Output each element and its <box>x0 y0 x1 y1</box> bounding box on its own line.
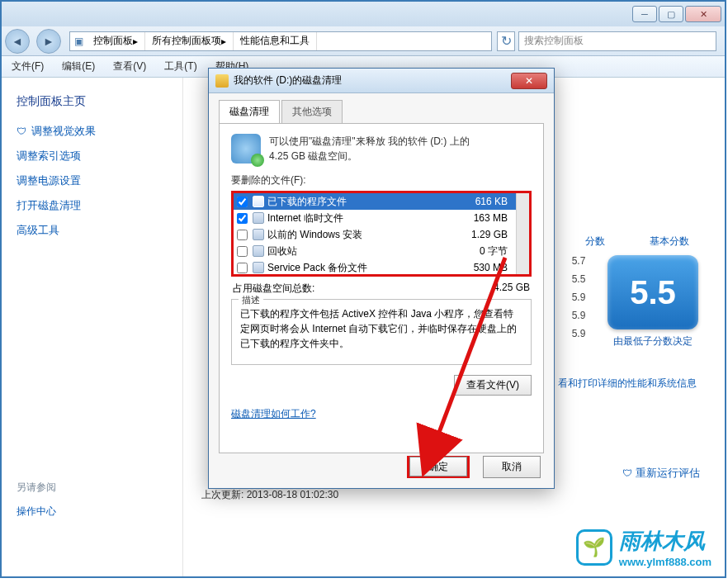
file-size: 616 KB <box>458 196 513 207</box>
base-score-header: 基本分数 <box>632 235 707 249</box>
sidebar: 控制面板主页 🛡调整视觉效果 调整索引选项 调整电源设置 打开磁盘清理 高级工具… <box>2 78 183 576</box>
file-row-previous-windows[interactable]: 以前的 Windows 安装 1.29 GB <box>234 226 516 243</box>
file-row-temp-internet-files[interactable]: Internet 临时文件 163 MB <box>234 210 516 226</box>
breadcrumb-bar[interactable]: ▣ 控制面板 ▸ 所有控制面板项 ▸ 性能信息和工具 <box>69 31 492 51</box>
info-text: 4.25 GB 磁盘空间。 <box>269 149 470 164</box>
watermark-brand: 雨林木风 <box>619 527 711 556</box>
file-name: Service Pack 备份文件 <box>267 261 458 275</box>
file-row-service-pack-backup[interactable]: Service Pack 备份文件 530 MB <box>234 259 516 276</box>
file-name: 回收站 <box>267 244 458 258</box>
file-icon <box>253 262 264 273</box>
shield-icon: 🛡 <box>17 126 26 137</box>
sidebar-link-index-options[interactable]: 调整索引选项 <box>2 144 182 168</box>
dialog-body: 磁盘清理 其他选项 可以使用"磁盘清理"来释放 我的软件 (D:) 上的 4.2… <box>209 93 554 488</box>
file-size: 530 MB <box>458 262 513 273</box>
file-row-recycle-bin[interactable]: 回收站 0 字节 <box>234 243 516 259</box>
sub-score: 5.7 <box>558 252 599 270</box>
scrollbar[interactable] <box>516 193 529 274</box>
dialog-title: 我的软件 (D:)的磁盘清理 <box>234 73 342 88</box>
description-box: 描述 已下载的程序文件包括 ActiveX 控件和 Java 小程序，您查看特定… <box>231 299 532 365</box>
file-checkbox[interactable] <box>237 246 248 257</box>
info-text: 可以使用"磁盘清理"来释放 我的软件 (D:) 上的 <box>269 134 470 149</box>
minimize-button[interactable]: ─ <box>632 6 657 22</box>
tab-disk-cleanup[interactable]: 磁盘清理 <box>219 100 280 123</box>
file-icon <box>253 245 264 257</box>
files-to-delete-label: 要删除的文件(F): <box>231 173 532 187</box>
tab-other-options[interactable]: 其他选项 <box>281 100 343 123</box>
cancel-button[interactable]: 取消 <box>483 456 541 478</box>
disk-cleanup-icon <box>215 74 229 88</box>
file-size: 1.29 GB <box>458 229 513 240</box>
sidebar-heading[interactable]: 控制面板主页 <box>2 89 182 119</box>
files-list[interactable]: 已下载的程序文件 616 KB Internet 临时文件 163 MB <box>234 193 516 274</box>
file-checkbox[interactable] <box>237 263 248 273</box>
ok-button-highlight: 确定 <box>407 456 470 478</box>
total-row: 占用磁盘空间总数: 4.25 GB <box>233 282 530 296</box>
address-row: ◄ ► ▣ 控制面板 ▸ 所有控制面板项 ▸ 性能信息和工具 ↻ 搜索控制面板 <box>2 26 725 56</box>
sub-score: 5.9 <box>558 325 599 343</box>
tab-pane-cleanup: 可以使用"磁盘清理"来释放 我的软件 (D:) 上的 4.25 GB 磁盘空间。… <box>219 123 544 453</box>
menu-view[interactable]: 查看(V) <box>110 58 149 75</box>
dialog-button-row: 确定 取消 <box>407 456 541 478</box>
watermark-logo: 🌱 <box>576 529 612 566</box>
window-titlebar: ─ ▢ ✕ <box>2 2 725 26</box>
nav-forward-button[interactable]: ► <box>36 29 61 54</box>
base-score-badge: 5.5 <box>607 255 698 329</box>
base-score-caption: 由最低子分数决定 <box>599 334 707 348</box>
file-row-downloaded-program-files[interactable]: 已下载的程序文件 616 KB <box>234 193 516 210</box>
sidebar-link-advanced-tools[interactable]: 高级工具 <box>2 218 182 243</box>
sprout-icon: 🌱 <box>583 537 605 558</box>
files-list-highlight: 已下载的程序文件 616 KB Internet 临时文件 163 MB <box>231 191 532 277</box>
file-name: 已下载的程序文件 <box>267 195 458 209</box>
menu-edit[interactable]: 编辑(E) <box>59 58 98 75</box>
sidebar-link-disk-cleanup[interactable]: 打开磁盘清理 <box>2 193 182 218</box>
dialog-tabs: 磁盘清理 其他选项 <box>219 100 544 123</box>
menu-file[interactable]: 文件(F) <box>8 58 47 75</box>
description-label: 描述 <box>239 293 263 307</box>
ok-button[interactable]: 确定 <box>409 457 467 476</box>
file-name: Internet 临时文件 <box>267 211 458 225</box>
menu-tools[interactable]: 工具(T) <box>161 58 200 75</box>
close-button[interactable]: ✕ <box>685 6 721 22</box>
file-icon <box>253 212 264 224</box>
window-controls: ─ ▢ ✕ <box>632 6 725 22</box>
file-size: 163 MB <box>458 212 513 224</box>
file-checkbox[interactable] <box>237 213 248 224</box>
dialog-close-button[interactable]: ✕ <box>511 73 547 89</box>
file-icon <box>253 229 264 240</box>
breadcrumb-segment[interactable]: 性能信息和工具 <box>234 32 317 50</box>
see-also-label: 另请参阅 <box>2 474 182 501</box>
rerun-assessment-link[interactable]: 🛡重新运行评估 <box>622 466 700 481</box>
dialog-titlebar[interactable]: 我的软件 (D:)的磁盘清理 ✕ <box>209 69 554 93</box>
last-update: 上次更新: 2013-08-18 01:02:30 <box>201 488 338 502</box>
sidebar-link-action-center[interactable]: 操作中心 <box>2 501 182 522</box>
view-files-button[interactable]: 查看文件(V) <box>454 375 532 396</box>
score-panel: 分数 基本分数 5.7 5.5 5.9 5.9 5.9 5.5 由最低子分数决定 <box>558 235 707 391</box>
how-disk-cleanup-works-link[interactable]: 磁盘清理如何工作? <box>231 407 316 421</box>
description-text: 已下载的程序文件包括 ActiveX 控件和 Java 小程序，您查看特定网页时… <box>240 308 517 349</box>
sub-score-list: 5.7 5.5 5.9 5.9 5.9 <box>558 252 599 348</box>
total-value: 4.25 GB <box>494 282 530 296</box>
control-panel-icon: ▣ <box>70 36 87 47</box>
file-icon <box>253 196 264 207</box>
breadcrumb-segment[interactable]: 所有控制面板项 ▸ <box>145 32 234 50</box>
refresh-button[interactable]: ↻ <box>497 31 515 51</box>
breadcrumb-segment[interactable]: 控制面板 ▸ <box>87 32 145 50</box>
info-row: 可以使用"磁盘清理"来释放 我的软件 (D:) 上的 4.25 GB 磁盘空间。 <box>231 134 532 164</box>
file-size: 0 字节 <box>458 244 513 258</box>
sub-score: 5.9 <box>558 306 599 325</box>
detail-performance-link[interactable]: 看和打印详细的性能和系统信息 <box>558 377 697 391</box>
sub-score: 5.5 <box>558 270 599 288</box>
search-input[interactable]: 搜索控制面板 <box>518 31 716 51</box>
nav-back-button[interactable]: ◄ <box>5 29 30 54</box>
file-checkbox[interactable] <box>237 197 248 207</box>
sidebar-link-visual-effects[interactable]: 🛡调整视觉效果 <box>2 119 182 144</box>
sidebar-link-power-settings[interactable]: 调整电源设置 <box>2 168 182 193</box>
cleanup-info-icon <box>231 134 261 164</box>
maximize-button[interactable]: ▢ <box>659 6 683 22</box>
sub-score-header: 分数 <box>558 235 632 249</box>
watermark: 🌱 雨林木风 www.ylmf888.com <box>576 527 711 568</box>
file-checkbox[interactable] <box>237 230 248 240</box>
sub-score: 5.9 <box>558 288 599 306</box>
shield-icon: 🛡 <box>622 467 632 479</box>
